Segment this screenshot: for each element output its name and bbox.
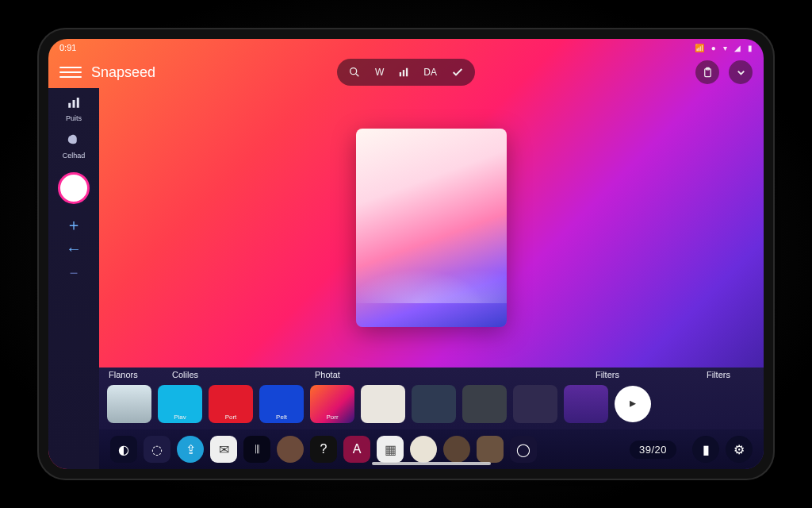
add-button[interactable]: ＋ [66, 217, 82, 233]
bars-icon [64, 93, 83, 112]
svg-rect-8 [73, 100, 75, 108]
sidebar-item-label: Celhad [63, 152, 86, 160]
pill-item[interactable]: W [375, 67, 384, 78]
dock-share[interactable]: ⇪ [177, 436, 204, 463]
tablet-frame: 0:91 📶 ● ▾ ◢ ▮ Snapseed [37, 28, 775, 480]
filter-strip: Flanors Coliles Photat Filters Filters P… [99, 368, 764, 429]
sidebar: Puits Celhad ＋ ← － [48, 88, 99, 469]
dock-avatar1[interactable] [277, 436, 304, 463]
dock-help[interactable]: ? [310, 436, 337, 463]
dock-gear[interactable]: ⚙ [726, 436, 753, 463]
strip-label: Photat [315, 370, 362, 379]
canvas-area: Flanors Coliles Photat Filters Filters P… [99, 88, 764, 469]
filter-thumb[interactable] [361, 385, 405, 423]
thumbs-row: PiavPortPeltPorr▸ [99, 379, 764, 429]
frame-counter: 39/20 [630, 441, 676, 459]
search-icon[interactable] [348, 66, 361, 79]
svg-rect-2 [400, 72, 401, 76]
filter-thumb[interactable]: Piav [158, 385, 202, 423]
status-icon: 📶 [695, 44, 704, 52]
sidebar-item-label: Puits [66, 114, 82, 122]
dock-right: ▮⚙ [692, 436, 753, 463]
svg-rect-3 [403, 70, 404, 76]
strip-label: Coliles [172, 370, 220, 379]
svg-line-1 [356, 74, 358, 76]
filter-thumb[interactable] [513, 385, 557, 423]
back-button[interactable]: ← [66, 241, 82, 256]
collapse-button[interactable] [729, 60, 753, 84]
filter-thumb[interactable] [564, 385, 608, 423]
home-indicator[interactable] [372, 462, 491, 465]
chart-icon[interactable] [398, 67, 409, 78]
tool-pill: W DA [337, 59, 475, 86]
dock-app[interactable]: A [343, 436, 370, 463]
blob-icon [64, 130, 83, 149]
clipboard-button[interactable] [695, 60, 719, 84]
dock-mail[interactable]: ✉ [210, 436, 237, 463]
stage: 0:91 📶 ● ▾ ◢ ▮ Snapseed [0, 0, 812, 508]
header-actions [695, 60, 753, 84]
dock-target[interactable]: ◌ [144, 436, 170, 463]
svg-rect-4 [406, 68, 408, 77]
status-icon: ◢ [734, 44, 741, 52]
strip-label: Filters [596, 370, 643, 379]
filter-thumb[interactable]: Porr [310, 385, 354, 423]
image-preview[interactable] [356, 129, 507, 327]
filter-thumb[interactable]: Port [209, 385, 253, 423]
app-header: Snapseed W DA [48, 56, 764, 88]
status-icons: 📶 ● ▾ ◢ ▮ [690, 43, 753, 52]
battery-icon: ▮ [748, 44, 753, 52]
dock-avatar2[interactable] [410, 436, 437, 463]
canvas-main[interactable] [99, 88, 764, 368]
filter-thumb[interactable] [412, 385, 456, 423]
status-bar: 0:91 📶 ● ▾ ◢ ▮ [48, 39, 764, 56]
dock-thumb[interactable] [477, 436, 504, 463]
sidebar-item-puits[interactable]: Puits [64, 93, 83, 122]
svg-rect-7 [68, 103, 71, 108]
pill-item[interactable]: DA [423, 67, 437, 78]
status-icon: ● [711, 44, 716, 52]
filter-thumb[interactable]: Pelt [259, 385, 304, 423]
check-icon[interactable] [451, 66, 464, 79]
status-icon: ▾ [723, 44, 727, 52]
dock-avatar3[interactable] [443, 436, 470, 463]
strip-label: Filters [707, 370, 754, 379]
filter-thumb[interactable] [462, 385, 507, 423]
dock-left: ◐◌⇪✉⦀?A▦◯ [110, 436, 537, 463]
filter-thumb[interactable] [107, 385, 151, 423]
filter-thumb[interactable]: ▸ [615, 386, 651, 422]
strip-labels: Flanors Coliles Photat Filters Filters [99, 368, 764, 379]
screen: 0:91 📶 ● ▾ ◢ ▮ Snapseed [48, 39, 764, 469]
dock-grid[interactable]: ▦ [377, 436, 404, 463]
menu-button[interactable] [59, 62, 82, 83]
status-time: 0:91 [59, 43, 76, 52]
strip-label: Flanors [109, 370, 156, 379]
app-body: Puits Celhad ＋ ← － [48, 88, 764, 469]
minus-button[interactable]: － [66, 264, 82, 280]
svg-rect-9 [77, 98, 79, 108]
dock-levels[interactable]: ⦀ [243, 436, 270, 463]
sidebar-item-celhad[interactable]: Celhad [63, 130, 86, 160]
dock-pause[interactable]: ▮ [692, 436, 719, 463]
dock-ring[interactable]: ◯ [510, 436, 537, 463]
app-title: Snapseed [91, 64, 155, 81]
capture-button[interactable] [58, 172, 90, 204]
dock-moon[interactable]: ◐ [110, 436, 137, 463]
svg-point-0 [350, 68, 357, 75]
